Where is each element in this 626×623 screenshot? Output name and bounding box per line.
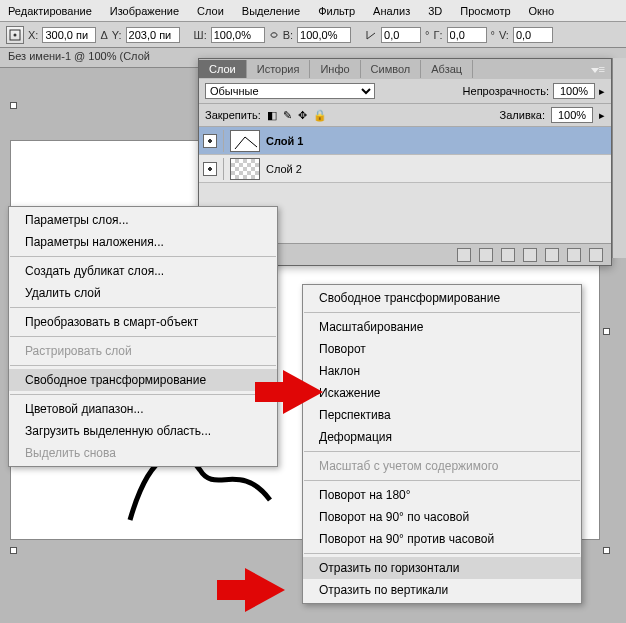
- v-input[interactable]: [513, 27, 553, 43]
- panel-menu-icon[interactable]: ≡: [585, 63, 611, 75]
- new-layer-icon[interactable]: [567, 248, 581, 262]
- menu-выделение[interactable]: Выделение: [242, 5, 300, 17]
- angle-input[interactable]: [381, 27, 421, 43]
- w-input[interactable]: [211, 27, 265, 43]
- options-bar: X: Δ Y: Ш: В: ° Г: ° V:: [0, 22, 626, 48]
- right-dock: [612, 58, 626, 258]
- g-label: Г:: [434, 29, 443, 41]
- y-input[interactable]: [126, 27, 180, 43]
- visibility-icon[interactable]: [203, 162, 217, 176]
- callout-arrow-icon: [245, 568, 285, 612]
- link-layers-icon[interactable]: [457, 248, 471, 262]
- y-label: Y:: [112, 29, 122, 41]
- h-input[interactable]: [297, 27, 351, 43]
- transform-handle[interactable]: [603, 328, 610, 335]
- transform-context-menu: Свободное трансформированиеМасштабирован…: [302, 284, 582, 604]
- opacity-field[interactable]: 100%: [553, 83, 595, 99]
- g-input[interactable]: [447, 27, 487, 43]
- angle-icon: [365, 29, 377, 41]
- layer-thumbnail[interactable]: [230, 130, 260, 152]
- transform-handle[interactable]: [10, 102, 17, 109]
- fx-icon[interactable]: [479, 248, 493, 262]
- menu-item: Выделить снова: [9, 442, 277, 464]
- link-icon[interactable]: [269, 30, 279, 40]
- menu-item[interactable]: Наклон: [303, 360, 581, 382]
- menu-item[interactable]: Перспектива: [303, 404, 581, 426]
- fill-label: Заливка:: [500, 109, 545, 121]
- panel-tab-0[interactable]: Слои: [199, 60, 247, 78]
- x-label: X:: [28, 29, 38, 41]
- menu-item[interactable]: Поворот на 90° по часовой: [303, 506, 581, 528]
- layer-name: Слой 1: [266, 135, 303, 147]
- menu-item[interactable]: Цветовой диапазон...: [9, 398, 277, 420]
- reference-point-icon[interactable]: [6, 26, 24, 44]
- lock-transparency-icon[interactable]: ◧: [267, 109, 277, 122]
- layer-context-menu: Параметры слоя...Параметры наложения...С…: [8, 206, 278, 467]
- menu-item: Масштаб с учетом содержимого: [303, 455, 581, 477]
- menu-item[interactable]: Искажение: [303, 382, 581, 404]
- menu-item[interactable]: Отразить по горизонтали: [303, 557, 581, 579]
- blend-mode-select[interactable]: Обычные: [205, 83, 375, 99]
- lock-position-icon[interactable]: ✥: [298, 109, 307, 122]
- opacity-flyout-icon[interactable]: ▸: [599, 85, 605, 98]
- svg-point-1: [14, 33, 17, 36]
- layer-thumbnail[interactable]: [230, 158, 260, 180]
- menu-item[interactable]: Параметры наложения...: [9, 231, 277, 253]
- panel-tab-4[interactable]: Абзац: [421, 60, 473, 78]
- layer-name: Слой 2: [266, 163, 302, 175]
- menu-item[interactable]: Отразить по вертикали: [303, 579, 581, 601]
- transform-handle[interactable]: [603, 547, 610, 554]
- x-input[interactable]: [42, 27, 96, 43]
- callout-arrow-icon: [283, 370, 323, 414]
- layer-row[interactable]: Слой 1: [199, 127, 611, 155]
- panel-tab-1[interactable]: История: [247, 60, 311, 78]
- menu-item[interactable]: Преобразовать в смарт-объект: [9, 311, 277, 333]
- layer-list: Слой 1 Слой 2: [199, 127, 611, 183]
- adjustment-icon[interactable]: [523, 248, 537, 262]
- h-label: В:: [283, 29, 293, 41]
- layer-row[interactable]: Слой 2: [199, 155, 611, 183]
- menu-item[interactable]: Свободное трансформирование: [9, 369, 277, 391]
- menu-item[interactable]: Загрузить выделенную область...: [9, 420, 277, 442]
- menu-item[interactable]: Свободное трансформирование: [303, 287, 581, 309]
- fill-flyout-icon[interactable]: ▸: [599, 109, 605, 122]
- lock-pixels-icon[interactable]: ✎: [283, 109, 292, 122]
- y-delta-label: Δ: [100, 29, 107, 41]
- menu-item[interactable]: Параметры слоя...: [9, 209, 277, 231]
- panel-tab-2[interactable]: Инфо: [310, 60, 360, 78]
- v-label: V:: [499, 29, 509, 41]
- menu-окно[interactable]: Окно: [529, 5, 555, 17]
- menu-item[interactable]: Поворот: [303, 338, 581, 360]
- transform-handle[interactable]: [10, 547, 17, 554]
- menu-item[interactable]: Масштабирование: [303, 316, 581, 338]
- menu-редактирование[interactable]: Редактирование: [8, 5, 92, 17]
- menu-item: Растрировать слой: [9, 340, 277, 362]
- panel-tabs: СлоиИсторияИнфоСимволАбзац≡: [199, 59, 611, 79]
- deg-label: °: [425, 29, 429, 41]
- menu-просмотр[interactable]: Просмотр: [460, 5, 510, 17]
- fill-field[interactable]: 100%: [551, 107, 593, 123]
- menu-item[interactable]: Поворот на 90° против часовой: [303, 528, 581, 550]
- menu-item[interactable]: Удалить слой: [9, 282, 277, 304]
- group-icon[interactable]: [545, 248, 559, 262]
- menu-изображение[interactable]: Изображение: [110, 5, 179, 17]
- menu-item[interactable]: Деформация: [303, 426, 581, 448]
- panel-tab-3[interactable]: Символ: [361, 60, 422, 78]
- opacity-label: Непрозрачность:: [463, 85, 549, 97]
- visibility-icon[interactable]: [203, 134, 217, 148]
- mask-icon[interactable]: [501, 248, 515, 262]
- menu-3d[interactable]: 3D: [428, 5, 442, 17]
- menubar: РедактированиеИзображениеСлоиВыделениеФи…: [0, 0, 626, 22]
- deg-label2: °: [491, 29, 495, 41]
- menu-item[interactable]: Создать дубликат слоя...: [9, 260, 277, 282]
- menu-item[interactable]: Поворот на 180°: [303, 484, 581, 506]
- menu-фильтр[interactable]: Фильтр: [318, 5, 355, 17]
- menu-слои[interactable]: Слои: [197, 5, 224, 17]
- lock-all-icon[interactable]: 🔒: [313, 109, 327, 122]
- delete-layer-icon[interactable]: [589, 248, 603, 262]
- w-label: Ш:: [194, 29, 207, 41]
- menu-анализ[interactable]: Анализ: [373, 5, 410, 17]
- lock-label: Закрепить:: [205, 109, 261, 121]
